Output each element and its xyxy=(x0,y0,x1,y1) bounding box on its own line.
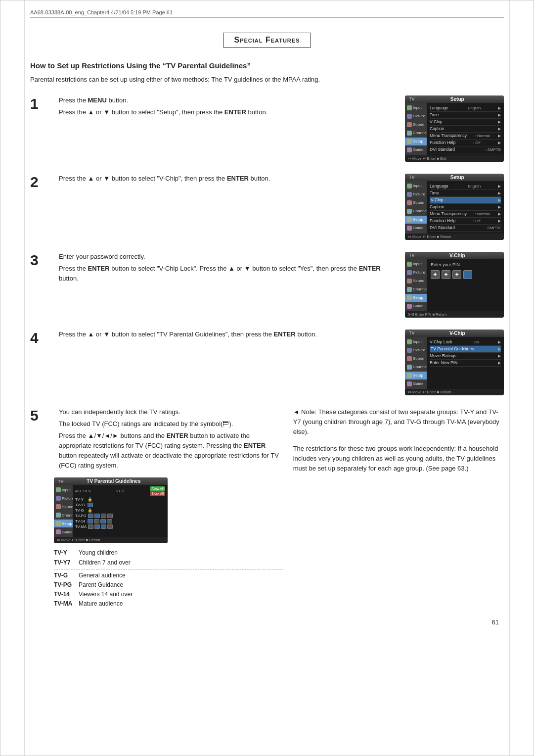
guide-icon xyxy=(407,147,412,152)
step-5-tv-body: Input Picture Sound Channel Setup Guide … xyxy=(54,485,168,537)
tvy7-cells xyxy=(88,503,93,507)
step-1-menu: Language: English▶ Time▶ V-Chip▶ Caption… xyxy=(427,103,504,155)
step-3-screen-titlebar: TV V-Chip xyxy=(405,252,504,259)
step-3-tv-body: Input Picture Sound Channel Setup Guide … xyxy=(405,259,504,311)
tvy-code: TV-Y xyxy=(54,548,75,558)
s2-sound-icon xyxy=(407,200,412,205)
step5-sidebar-channel: Channel xyxy=(54,511,73,519)
menu-row-language: Language: English▶ xyxy=(430,105,501,112)
step2-sidebar-input: Input xyxy=(405,182,427,190)
s3-picture-icon xyxy=(407,270,412,275)
step-2-tv-label: TV xyxy=(409,175,415,180)
tvpg-cell-2 xyxy=(94,514,100,518)
step-5-text-1: You can independently lock the TV rating… xyxy=(59,407,283,417)
step-3-pin-label: Enter your PIN xyxy=(431,262,500,267)
step4-sidebar-channel: Channel xyxy=(405,363,427,371)
allow-all-btn: Allow All xyxy=(150,486,165,491)
step4-sidebar-input: Input xyxy=(405,338,427,346)
step3-sidebar-input: Input xyxy=(405,260,427,268)
step-2-number: 2 xyxy=(30,175,49,189)
tvma-cell-4 xyxy=(107,524,113,529)
step5-sidebar-sound: Sound xyxy=(54,503,73,511)
step-4-footer: ⇔ Move ↵ Enter ■ Return xyxy=(405,389,504,395)
s3-input-icon xyxy=(407,262,412,267)
pg-all: ALL TV V xyxy=(75,489,91,493)
step-4-sidebar: Input Picture Sound Channel Setup Guide xyxy=(405,337,427,389)
s2-menu-row-dvi: DVI StandardSMPTE xyxy=(430,225,501,232)
step-1-number: 1 xyxy=(30,96,49,111)
pg-row-tv14: TV-14 xyxy=(75,519,165,524)
s4-channel-icon xyxy=(407,365,412,370)
step-2-footer-text: ⇔ Move ↵ Enter ■ Return xyxy=(408,235,451,239)
step2-sidebar-guide: Guide xyxy=(405,224,427,232)
s3-sound-icon xyxy=(407,279,412,284)
s3-setup-icon xyxy=(407,295,412,300)
step-4-tv-body: Input Picture Sound Channel Setup Guide … xyxy=(405,337,504,389)
step-3-footer-text: 0~9 Enter PIN ■ Return xyxy=(408,312,447,317)
pg-cols: S L D xyxy=(116,489,124,493)
s5-picture-icon xyxy=(56,496,61,501)
tvma-cells xyxy=(88,524,113,529)
pin-box-4 xyxy=(463,270,472,279)
step-1-footer-text: ⇔ Move ↵ Enter ■ Exit xyxy=(408,156,446,161)
rating-tvy: TV-Y Young children xyxy=(54,548,283,558)
menu-row-funchelp: Function Help: Off▶ xyxy=(430,140,501,146)
step-3-footer: 0~9 Enter PIN ■ Return xyxy=(405,311,504,318)
step2-sidebar-picture: Picture xyxy=(405,190,427,198)
s2-setup-icon xyxy=(407,217,412,222)
tvma-cell-2 xyxy=(94,524,100,529)
page: AA68-03388A-00_eng_Chapter4 4/21/04 5:19… xyxy=(0,0,534,756)
page-number: 61 xyxy=(30,618,504,626)
step5-sidebar-guide: Guide xyxy=(54,528,73,536)
step-5-row: 5 You can independently lock the TV rati… xyxy=(30,407,504,609)
s2-menu-row-funchelp: Function Help: Off▶ xyxy=(430,218,501,225)
step-5-screen: TV TV Parental Guidelines Input Picture … xyxy=(54,477,168,543)
step2-sidebar-sound: Sound xyxy=(405,199,427,207)
step-3-content: Enter your password correctly. Press the… xyxy=(54,252,396,285)
channel-icon xyxy=(407,131,412,136)
tv14-cell-1 xyxy=(88,519,93,523)
step-3-number: 3 xyxy=(30,253,49,268)
tvg-code: TV-G xyxy=(54,571,75,580)
tv14-code: TV-14 xyxy=(54,590,75,599)
pg-row-tvg: TV-G 🔒 xyxy=(75,508,165,513)
rating-divider xyxy=(54,569,283,569)
pg-row-tvy7: TV-Y7 xyxy=(75,502,165,508)
s2-picture-icon xyxy=(407,192,412,197)
menu-row-dvi: DVI Standard: SMPTE xyxy=(430,146,501,153)
step-2-screen-title: Setup xyxy=(450,175,464,180)
step-3-tv-label: TV xyxy=(409,253,415,258)
tvg-desc: General audience xyxy=(79,571,126,580)
step-1-screen-title: Setup xyxy=(450,96,464,102)
step-5-sidebar: Input Picture Sound Channel Setup Guide xyxy=(54,485,73,537)
step-3-screen: TV V-Chip Input Picture Sound Channel Se… xyxy=(405,252,504,318)
step-2-screen: TV Setup Input Picture Sound Channel Set… xyxy=(405,174,504,240)
step-1-text-1: Press the MENU button. xyxy=(59,95,396,105)
step-5-left: 5 You can independently lock the TV rati… xyxy=(30,407,283,609)
step-4-content: Press the ▲ or ▼ button to select "TV Pa… xyxy=(54,330,396,341)
s4-sound-icon xyxy=(407,356,412,361)
step-3-screen-title: V-Chip xyxy=(449,253,465,258)
s5-setup-icon xyxy=(56,521,61,526)
step-1-screen-titlebar: TV Setup xyxy=(405,95,504,103)
step-1-footer: ⇔ Move ↵ Enter ■ Exit xyxy=(405,155,504,162)
step-5-note: ◄ Note: These categories consist of two … xyxy=(293,407,504,437)
step-1-text-2: Press the ▲ or ▼ button to select "Setup… xyxy=(59,107,396,117)
step-5-number: 5 xyxy=(30,408,49,423)
step-3-vchip-body: Enter your PIN ✦ ✦ ✦ xyxy=(427,259,504,311)
s5-guide-icon xyxy=(56,529,61,534)
step4-sidebar-picture: Picture xyxy=(405,346,427,354)
step-4-text-1: Press the ▲ or ▼ button to select "TV Pa… xyxy=(59,330,396,339)
step-5-text-content: You can independently lock the TV rating… xyxy=(54,407,283,473)
step-5-footer: ⇔ Move ↵ Enter ■ Return xyxy=(54,537,168,543)
s4-setup-icon xyxy=(407,373,412,378)
step-3-text-2: Press the ENTER button to select "V-Chip… xyxy=(59,264,396,284)
tvy7-rating: TV-Y7 xyxy=(75,503,86,507)
step5-sidebar-setup: Setup xyxy=(54,520,73,527)
pin-box-2: ✦ xyxy=(442,270,450,279)
step-2-footer: ⇔ Move ↵ Enter ■ Return xyxy=(405,234,504,240)
tv14-rating: TV-14 xyxy=(75,519,86,523)
s5-input-icon xyxy=(56,487,61,492)
step4-sidebar-setup: Setup xyxy=(405,372,427,379)
step2-sidebar-setup: Setup xyxy=(405,216,427,224)
